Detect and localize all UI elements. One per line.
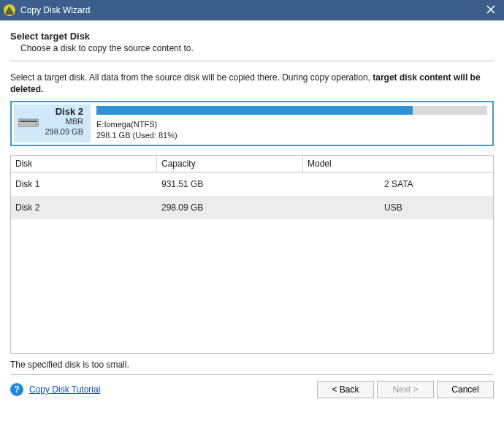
wizard-app-icon	[3, 4, 16, 17]
page-heading: Select target Disk	[10, 31, 494, 42]
col-header-capacity[interactable]: Capacity	[157, 156, 303, 172]
selected-disk-left: Disk 2 MBR 298.09 GB	[14, 105, 91, 143]
table-row[interactable]: Disk 1931.51 GB2 SATA	[11, 172, 493, 196]
usage-bar-fill	[96, 106, 413, 115]
titlebar: Copy Disk Wizard	[0, 0, 504, 20]
page-subheading: Choose a disk to copy the source content…	[20, 43, 494, 53]
disk-table-body: Disk 1931.51 GB2 SATADisk 2298.09 GBUSB	[11, 172, 493, 219]
svg-rect-1	[6, 12, 13, 15]
table-row[interactable]: Disk 2298.09 GBUSB	[11, 196, 493, 219]
instruction-pre: Select a target disk. All data from the …	[10, 72, 373, 83]
instruction-text: Select a target disk. All data from the …	[10, 72, 494, 95]
divider	[10, 61, 494, 61]
selected-disk-right: E:Iomega(NTFS) 298.1 GB (Used: 81%)	[93, 105, 490, 143]
cell-bus: 2 SATA	[384, 179, 413, 189]
svg-rect-2	[18, 119, 39, 126]
selected-disk-type: MBR	[66, 117, 83, 127]
help-icon[interactable]: ?	[10, 383, 23, 396]
footer: ? Copy Disk Tutorial < Back Next > Cance…	[0, 381, 504, 406]
cell-capacity: 298.09 GB	[157, 202, 303, 213]
window-title: Copy Disk Wizard	[20, 5, 482, 15]
usage-bar	[96, 106, 487, 115]
svg-point-4	[35, 124, 37, 125]
selected-disk-size: 298.09 GB	[45, 127, 83, 137]
col-header-disk[interactable]: Disk	[11, 156, 157, 172]
cell-disk: Disk 1	[11, 179, 157, 189]
partition-usage: 298.1 GB (Used: 81%)	[96, 130, 487, 140]
cell-disk: Disk 2	[11, 202, 157, 213]
selected-disk-name: Disk 2	[56, 106, 83, 117]
cell-model: 2 SATA	[303, 179, 493, 189]
close-icon[interactable]	[482, 3, 500, 18]
status-message: The specified disk is too small.	[10, 360, 494, 370]
cell-capacity: 931.51 GB	[157, 179, 303, 189]
col-header-model[interactable]: Model	[303, 156, 493, 172]
cell-bus: USB	[384, 202, 402, 213]
cell-model: USB	[303, 202, 493, 213]
disk-table: Disk Capacity Model Disk 1931.51 GB2 SAT…	[10, 155, 494, 354]
selected-disk-panel: Disk 2 MBR 298.09 GB E:Iomega(NTFS) 298.…	[10, 101, 494, 146]
divider-bottom	[10, 374, 494, 375]
back-button[interactable]: < Back	[317, 381, 374, 398]
disk-table-header: Disk Capacity Model	[11, 156, 493, 172]
partition-label: E:Iomega(NTFS)	[96, 119, 487, 129]
svg-rect-3	[20, 121, 37, 122]
next-button[interactable]: Next >	[377, 381, 434, 398]
tutorial-link[interactable]: Copy Disk Tutorial	[29, 384, 100, 395]
hard-drive-icon	[18, 118, 39, 130]
cancel-button[interactable]: Cancel	[437, 381, 494, 398]
